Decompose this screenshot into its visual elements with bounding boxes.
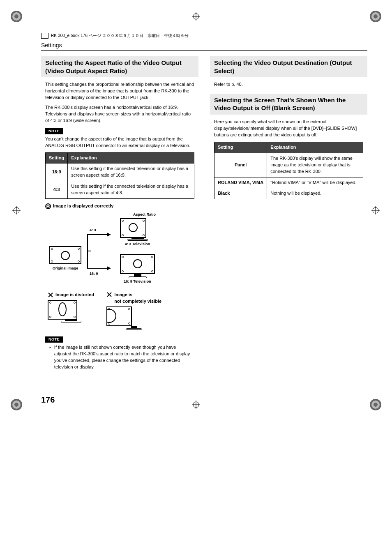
table-header-explanation: Explanation (267, 142, 363, 153)
table-cell-setting: 16:9 (46, 164, 68, 181)
circle-ok-icon (45, 203, 51, 209)
table-header-setting: Setting (214, 142, 267, 153)
ratio-169-label: 16: 9 (90, 271, 98, 276)
table-cell-explanation: Use this setting if the connected televi… (68, 164, 194, 181)
crosshair-icon (192, 12, 200, 21)
table-cell-setting: Panel (214, 153, 267, 177)
x-wrong-icon (48, 292, 53, 298)
svg-point-24 (46, 204, 51, 209)
heading-output-select: Selecting the Video Output Destination (… (210, 56, 367, 77)
bullet-icon: • (49, 344, 51, 371)
paragraph: This setting changes the proportional re… (45, 81, 194, 101)
crosshair-icon (12, 206, 21, 214)
table-header-explanation: Explanation (68, 152, 194, 164)
paragraph: The RK-300's display screen has a horizo… (45, 104, 194, 124)
note-text: If the image is still not shown correctl… (54, 344, 190, 371)
tv-169-label: 16: 9 Television (120, 279, 155, 284)
note-label: NOTE (45, 128, 63, 134)
caption-line: Image is (114, 292, 132, 297)
table-row: 4:3 Use this setting if the connected te… (46, 181, 194, 199)
reference-text: Refer to p. 40. (214, 81, 363, 88)
tv-43-label: 4: 3 Television (120, 242, 155, 247)
svg-point-5 (374, 14, 378, 18)
ratio-43-label: 4: 3 (90, 228, 96, 233)
aspect-ratio-label: Aspect Ratio (97, 212, 192, 217)
table-cell-setting: ROLAND VIMA, VIMA (214, 177, 267, 188)
crosshair-icon (371, 206, 380, 214)
divider (41, 50, 367, 51)
original-image-label: Original image (48, 266, 83, 271)
table-cell-setting: Black (214, 188, 267, 199)
paragraph: Here you can specify what will be shown … (214, 119, 363, 138)
table-cell-explanation: "Roland VIMA" or "VIMA" will be displaye… (267, 177, 363, 188)
section-title: Settings (25, 42, 367, 48)
table-cell-explanation: Use this setting if the connected televi… (68, 181, 194, 199)
table-cell-explanation: The RK-300's display will show the same … (267, 153, 363, 177)
x-wrong-icon (106, 292, 112, 297)
svg-point-8 (14, 403, 18, 407)
table-row: 16:9 Use this setting if the connected t… (46, 164, 194, 181)
svg-point-11 (374, 403, 378, 407)
table-cell-explanation: Nothing will be displayed. (267, 188, 363, 199)
figure-caption-distorted: Image is distorted (55, 292, 94, 298)
aspect-ratio-table: Setting Explanation 16:9 Use this settin… (45, 152, 194, 199)
heading-aspect-ratio: Selecting the Aspect Ratio of the Video … (41, 56, 198, 77)
aspect-ratio-diagram: Aspect Ratio Original image (45, 212, 194, 330)
figure-caption-notvisible: Image is not completely visible (114, 292, 161, 305)
header-meta-text: RK-300_e.book 176 ページ ２００８年９月１０日 水曜日 午後４… (51, 33, 189, 39)
table-header-setting: Setting (46, 152, 68, 164)
crosshair-icon (192, 401, 200, 409)
caption-line: not completely visible (114, 299, 161, 304)
print-registration-mark (8, 8, 25, 25)
table-row: Panel The RK-300's display will show the… (214, 153, 363, 177)
print-registration-mark (367, 396, 384, 413)
svg-point-2 (14, 14, 18, 18)
figure-caption-correct: Image is displayed correctly (53, 203, 113, 210)
svg-point-25 (47, 205, 49, 207)
page-header-meta: RK-300_e.book 176 ページ ２００８年９月１０日 水曜日 午後４… (25, 33, 367, 39)
table-row: Black Nothing will be displayed. (214, 188, 363, 199)
note-text: You can't change the aspect ratio of the… (45, 136, 194, 149)
print-registration-mark (367, 8, 384, 25)
heading-blank-screen: Selecting the Screen That's Shown When t… (210, 94, 367, 115)
print-registration-mark (8, 396, 25, 413)
note-label: NOTE (45, 336, 63, 343)
table-cell-setting: 4:3 (46, 181, 68, 199)
table-row: ROLAND VIMA, VIMA "Roland VIMA" or "VIMA… (214, 177, 363, 188)
book-icon (41, 33, 48, 39)
blank-screen-table: Setting Explanation Panel The RK-300's d… (214, 142, 363, 200)
